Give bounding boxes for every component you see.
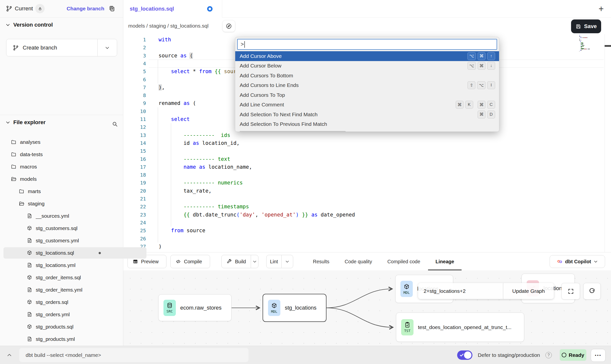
panel-tab-compiled-code[interactable]: Compiled code	[387, 252, 420, 271]
help-icon[interactable]: ?	[545, 352, 552, 358]
line-number: 6	[123, 76, 146, 84]
file-item-analyses[interactable]: analyses	[0, 136, 134, 148]
compile-button[interactable]: Compile	[170, 255, 210, 268]
key-⌥: ⌥	[477, 81, 485, 89]
change-branch-link[interactable]: Change branch	[67, 0, 104, 17]
model-badge: MDL	[268, 300, 280, 316]
indent-guide	[158, 60, 158, 83]
command-item-add-cursors-to-bottom[interactable]: Add Cursors To Bottom	[235, 71, 499, 81]
sidebar: Current Change branch Version control Cr…	[0, 0, 123, 346]
lineage-canvas[interactable]: MDL locations locations SRC ecom.raw_sto…	[123, 270, 611, 346]
expand-command-bar-button[interactable]	[5, 351, 13, 359]
refresh-button[interactable]	[583, 283, 601, 299]
file-item-macros[interactable]: macros	[0, 161, 134, 173]
git-branch-icon	[13, 45, 19, 51]
lock-icon	[38, 7, 42, 11]
command-label: Add Cursors To Bottom	[240, 73, 293, 79]
navigate-button[interactable]	[223, 20, 235, 32]
command-item-add-cursor-below[interactable]: Add Cursor Below⌥⌘↓	[235, 61, 499, 71]
command-item-add-line-comment[interactable]: Add Line Comment⌘K⌘C	[235, 100, 499, 110]
command-item-add-selection-to-next-find-match[interactable]: Add Selection To Next Find Match⌘D	[235, 110, 499, 119]
file-item-stg-locations-sql[interactable]: stg_locations.sql	[0, 247, 150, 259]
save-button[interactable]: Save	[571, 19, 601, 33]
command-palette-input[interactable]: >	[237, 39, 497, 50]
defer-toggle[interactable]	[457, 350, 472, 360]
version-control-section[interactable]: Version control	[5, 22, 53, 28]
code-line-1: with	[159, 36, 171, 44]
cli-command-input[interactable]: dbt build --select <model_name>	[19, 348, 249, 362]
panel-tab-code-quality[interactable]: Code quality	[345, 252, 372, 271]
model-badge: MDL	[400, 281, 413, 297]
panel-tab-results[interactable]: Results	[313, 252, 329, 271]
status-circle-icon	[562, 353, 566, 357]
key-↑: ↑	[487, 52, 495, 60]
badge-label: MDL	[271, 310, 277, 314]
line-number: 11	[123, 115, 146, 123]
lint-dropdown[interactable]	[281, 255, 293, 268]
tab-stg-locations-sql[interactable]: stg_locations.sql	[123, 0, 222, 17]
build-button[interactable]: Build	[221, 255, 258, 268]
file-item-models[interactable]: models	[0, 173, 134, 185]
key-D: D	[487, 111, 495, 118]
ready-status-button[interactable]: Ready	[560, 349, 586, 361]
code-line-23: {{ dbt.date_trunc('day', 'opened_at') }}…	[159, 211, 355, 219]
chevron-up-icon	[7, 352, 12, 358]
file-item-staging[interactable]: staging	[0, 198, 142, 210]
create-branch-button[interactable]: Create branch	[6, 39, 117, 56]
code-line-13: ---------- ids	[159, 131, 230, 139]
lineage-selector-input[interactable]: 2+stg_locations+2	[418, 283, 503, 299]
text-cursor	[244, 41, 245, 48]
command-label: Add Line Comment	[240, 102, 284, 108]
update-graph-button[interactable]: Update Graph	[503, 283, 554, 299]
copilot-label: dbt Copilot	[565, 259, 591, 265]
key-C: C	[487, 101, 495, 109]
file-item-data-tests[interactable]: data-tests	[0, 148, 134, 161]
file-item-stg-locations-yml[interactable]: stg_locations.yml	[0, 259, 150, 271]
file-item--sources-yml[interactable]: __sources.yml	[0, 210, 150, 222]
defer-label: Defer to staging/production	[478, 352, 540, 358]
command-list: Add Cursor Above⌥⌘↑Add Cursor Below⌥⌘↓Ad…	[235, 51, 499, 132]
line-number: 1	[123, 36, 146, 44]
command-item-add-cursors-to-line-ends[interactable]: Add Cursors to Line Ends⇧⌥I	[235, 81, 499, 90]
line-number: 7	[123, 83, 146, 92]
wrench-icon	[227, 259, 232, 264]
tab-title: stg_locations.sql	[130, 6, 174, 12]
file-item-marts[interactable]: marts	[0, 185, 142, 198]
fullscreen-button[interactable]	[561, 283, 580, 299]
panel-tab-lineage[interactable]: Lineage	[435, 252, 454, 271]
lineage-node-test[interactable]: TST test_does_location_opened_at_trunc_t…	[396, 313, 524, 342]
key-⇧: ⇧	[467, 81, 475, 89]
copy-branch-button[interactable]	[108, 4, 116, 13]
unsaved-indicator-dot	[207, 6, 213, 12]
lint-button[interactable]: Lint	[266, 255, 293, 268]
file-item-stg-customers-yml[interactable]: stg_customers.yml	[0, 234, 150, 247]
command-item-clipped	[235, 129, 499, 132]
build-dropdown[interactable]	[251, 255, 258, 268]
file-doc-icon	[27, 336, 33, 342]
lineage-node-model[interactable]: MDL stg_locations	[263, 294, 326, 322]
file-doc-icon	[27, 262, 33, 268]
command-item-add-selection-to-previous-find-match[interactable]: Add Selection To Previous Find Match	[235, 119, 499, 129]
command-item-add-cursors-to-top[interactable]: Add Cursors To Top	[235, 90, 499, 100]
lineage-node-source[interactable]: SRC ecom.raw_stores	[158, 294, 232, 321]
code-line-22: ---------- timestamps	[159, 203, 249, 211]
more-options-button[interactable]: •••	[591, 349, 606, 362]
file-doc-icon	[27, 238, 33, 244]
key-⌥: ⌥	[467, 52, 476, 60]
line-number: 9	[123, 99, 146, 107]
file-item-stg-customers-sql[interactable]: stg_customers.sql	[0, 222, 150, 234]
file-name: stg_orders.yml	[36, 312, 70, 317]
lint-label: Lint	[270, 259, 278, 265]
file-name: stg_orders.sql	[36, 299, 68, 305]
minimap[interactable]	[579, 35, 593, 53]
current-branch[interactable]: Current	[6, 0, 45, 17]
command-item-add-cursor-above[interactable]: Add Cursor Above⌥⌘↑	[235, 51, 499, 61]
new-tab-button[interactable]: +	[596, 3, 607, 14]
file-explorer-section[interactable]: File explorer	[5, 119, 46, 126]
file-search-button[interactable]	[110, 120, 119, 129]
create-branch-dropdown[interactable]	[97, 39, 117, 56]
file-name: models	[20, 176, 37, 182]
status-bar: dbt build --select <model_name> Defer to…	[0, 346, 611, 364]
key-K: K	[465, 101, 473, 109]
dbt-copilot-button[interactable]: dbt Copilot	[550, 255, 605, 268]
